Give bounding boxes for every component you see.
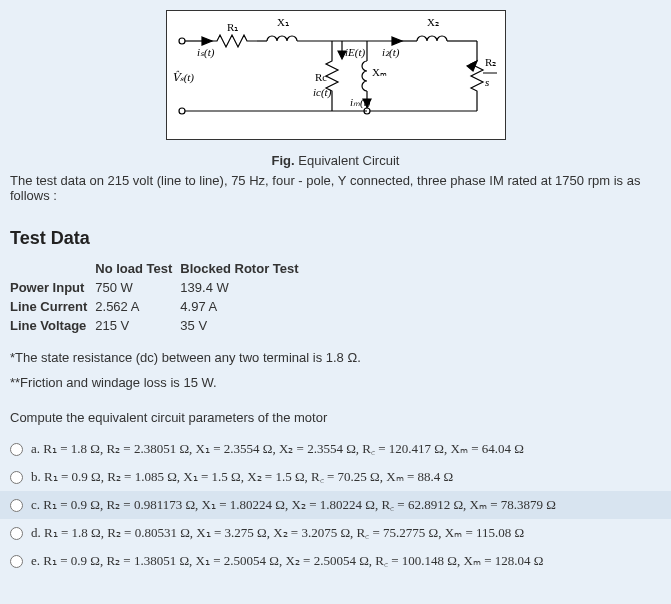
table-header-noload: No load Test bbox=[95, 259, 180, 278]
label-Xm: Xₘ bbox=[372, 66, 387, 78]
option-text-b: b. R₁ = 0.9 Ω, R₂ = 1.085 Ω, X₁ = 1.5 Ω,… bbox=[31, 469, 453, 485]
label-ic: ic(t) bbox=[313, 86, 332, 99]
test-data-title: Test Data bbox=[0, 213, 671, 259]
option-radio-b[interactable] bbox=[10, 471, 23, 484]
row-label: Line Voltage bbox=[10, 316, 95, 335]
row-label-text: Line Current bbox=[10, 299, 87, 314]
option-radio-a[interactable] bbox=[10, 443, 23, 456]
table-row: Power Input 750 W 139.4 W bbox=[10, 278, 307, 297]
option-radio-e[interactable] bbox=[10, 555, 23, 568]
option-radio-d[interactable] bbox=[10, 527, 23, 540]
option-c[interactable]: c. R₁ = 0.9 Ω, R₂ = 0.981173 Ω, X₁ = 1.8… bbox=[0, 491, 671, 519]
row-label-text: Power Input bbox=[10, 280, 84, 295]
label-R1: R₁ bbox=[227, 21, 238, 33]
row-label: Line Current bbox=[10, 297, 95, 316]
fig-bold: Fig. bbox=[272, 153, 295, 168]
label-is: iₛ(t) bbox=[197, 46, 215, 59]
svg-marker-2 bbox=[202, 37, 212, 45]
row-col1: 750 W bbox=[95, 278, 180, 297]
row-col2: 35 V bbox=[180, 316, 306, 335]
label-X2: X₂ bbox=[427, 16, 439, 28]
label-Rc: Rc bbox=[315, 71, 327, 83]
note-resistance: *The state resistance (dc) between any t… bbox=[0, 345, 671, 370]
svg-marker-14 bbox=[467, 61, 477, 71]
label-R2: R₂ bbox=[485, 56, 496, 68]
table-header-row: No load Test Blocked Rotor Test bbox=[10, 259, 307, 278]
row-col1: 215 V bbox=[95, 316, 180, 335]
option-text-e: e. R₁ = 0.9 Ω, R₂ = 1.38051 Ω, X₁ = 2.50… bbox=[31, 553, 543, 569]
intro-text: The test data on 215 volt (line to line)… bbox=[0, 173, 671, 213]
row-label: Power Input bbox=[10, 278, 95, 297]
label-im: iₘ(t) bbox=[350, 96, 371, 109]
table-header-blocked: Blocked Rotor Test bbox=[180, 259, 306, 278]
options-list: a. R₁ = 1.8 Ω, R₂ = 2.38051 Ω, X₁ = 2.35… bbox=[0, 435, 671, 575]
label-s: s bbox=[485, 76, 489, 88]
equivalent-circuit-diagram: R₁ X₁ iₛ(t) V̂ₛ(t) Rc ic(t) Xₘ iE(t) iₘ(… bbox=[166, 10, 506, 140]
svg-point-0 bbox=[179, 38, 185, 44]
option-text-d: d. R₁ = 1.8 Ω, R₂ = 0.80531 Ω, X₁ = 3.27… bbox=[31, 525, 524, 541]
row-label-text: Line Voltage bbox=[10, 318, 86, 333]
option-a[interactable]: a. R₁ = 1.8 Ω, R₂ = 2.38051 Ω, X₁ = 2.35… bbox=[0, 435, 671, 463]
test-data-table: No load Test Blocked Rotor Test Power In… bbox=[10, 259, 307, 335]
row-col2: 139.4 W bbox=[180, 278, 306, 297]
fig-text: Equivalent Circuit bbox=[295, 153, 400, 168]
row-col1: 2.562 A bbox=[95, 297, 180, 316]
option-radio-c[interactable] bbox=[10, 499, 23, 512]
label-iE: iE(t) bbox=[345, 46, 365, 59]
figure-caption: Fig. Equivalent Circuit bbox=[0, 148, 671, 173]
compute-prompt: Compute the equivalent circuit parameter… bbox=[0, 395, 671, 435]
label-Vs: V̂ₛ(t) bbox=[172, 70, 194, 84]
table-header-empty bbox=[10, 259, 95, 278]
option-d[interactable]: d. R₁ = 1.8 Ω, R₂ = 0.80531 Ω, X₁ = 3.27… bbox=[0, 519, 671, 547]
option-b[interactable]: b. R₁ = 0.9 Ω, R₂ = 1.085 Ω, X₁ = 1.5 Ω,… bbox=[0, 463, 671, 491]
svg-marker-10 bbox=[392, 37, 402, 45]
label-i2: i₂(t) bbox=[382, 46, 400, 59]
circuit-diagram-container: R₁ X₁ iₛ(t) V̂ₛ(t) Rc ic(t) Xₘ iE(t) iₘ(… bbox=[0, 0, 671, 148]
label-X1: X₁ bbox=[277, 16, 289, 28]
svg-point-19 bbox=[179, 108, 185, 114]
option-text-a: a. R₁ = 1.8 Ω, R₂ = 2.38051 Ω, X₁ = 2.35… bbox=[31, 441, 524, 457]
note-friction: **Friction and windage loss is 15 W. bbox=[0, 370, 671, 395]
row-col2: 4.97 A bbox=[180, 297, 306, 316]
table-row: Line Current 2.562 A 4.97 A bbox=[10, 297, 307, 316]
option-e[interactable]: e. R₁ = 0.9 Ω, R₂ = 1.38051 Ω, X₁ = 2.50… bbox=[0, 547, 671, 575]
table-row: Line Voltage 215 V 35 V bbox=[10, 316, 307, 335]
option-text-c: c. R₁ = 0.9 Ω, R₂ = 0.981173 Ω, X₁ = 1.8… bbox=[31, 497, 556, 513]
